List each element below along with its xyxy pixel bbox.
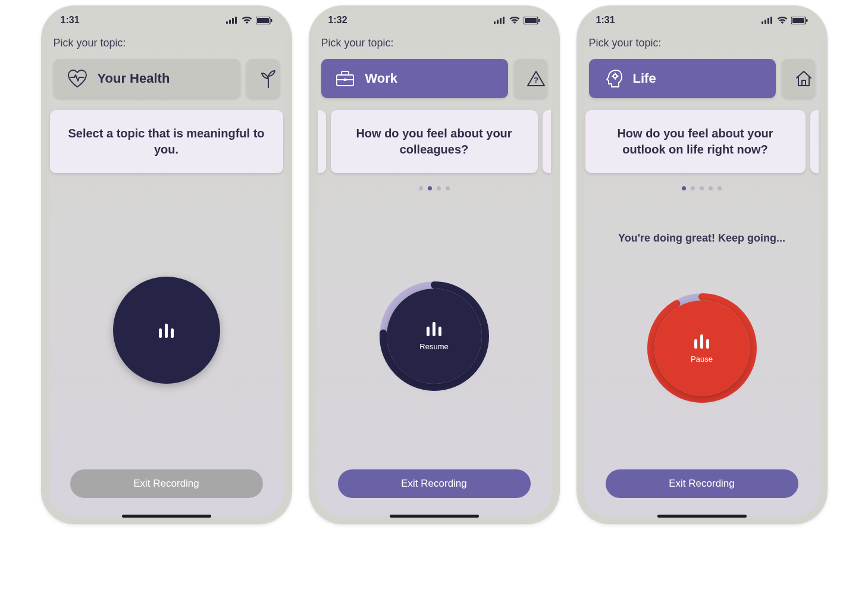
svg-rect-21: [764, 20, 766, 24]
exit-recording-button[interactable]: Exit Recording: [606, 469, 798, 498]
home-indicator[interactable]: [657, 515, 747, 518]
topic-row: Life: [585, 59, 819, 98]
svg-text:?: ?: [534, 76, 538, 84]
record-button-label: Resume: [419, 342, 448, 351]
pager-dot[interactable]: [446, 186, 450, 190]
pager-dots: [318, 186, 551, 190]
svg-rect-9: [500, 18, 502, 24]
cellular-icon: [226, 17, 238, 24]
prompt-card-next[interactable]: [810, 110, 819, 173]
heart-icon: [67, 69, 88, 88]
battery-icon: [524, 17, 540, 24]
battery-icon: [791, 17, 808, 24]
record-area: Resume: [318, 202, 551, 469]
prompt-card[interactable]: Select a topic that is meaningful to you…: [50, 110, 283, 173]
svg-rect-3: [235, 17, 237, 24]
pick-topic-label: Pick your topic:: [589, 37, 815, 49]
screen-content: Pick your topic: Life How do you feel ab…: [577, 35, 827, 515]
svg-rect-13: [538, 19, 540, 22]
pager-dot[interactable]: [437, 186, 441, 190]
pager-dot[interactable]: [709, 186, 713, 190]
phone-screen-1: 1:31 Pick your topic: Your Health: [42, 6, 292, 524]
record-button[interactable]: [113, 277, 220, 384]
audio-bars-icon: [427, 321, 441, 336]
topic-chip-next[interactable]: [782, 59, 815, 98]
cellular-icon: [762, 17, 773, 24]
pager-dot[interactable]: [419, 186, 423, 190]
cellular-icon: [494, 17, 506, 24]
wifi-icon: [242, 17, 252, 24]
home-indicator[interactable]: [122, 515, 211, 518]
prompt-row: How do you feel about your outlook on li…: [585, 110, 819, 173]
record-area: [50, 191, 283, 469]
record-button[interactable]: Pause: [654, 300, 750, 396]
status-icons: [226, 17, 272, 24]
topic-chip-next[interactable]: ?: [514, 59, 547, 98]
record-button-label: Pause: [691, 355, 713, 364]
status-bar: 1:31: [42, 6, 292, 35]
pager-dot[interactable]: [682, 186, 686, 190]
prompt-card-prev[interactable]: [318, 110, 326, 173]
svg-rect-32: [802, 80, 806, 86]
screen-content: Pick your topic: Your Health Select a to…: [42, 35, 292, 515]
home-indicator[interactable]: [390, 515, 479, 518]
pager-dot[interactable]: [691, 186, 695, 190]
topic-chip-next[interactable]: [246, 59, 280, 98]
svg-rect-8: [497, 20, 499, 24]
topic-chip-label: Work: [365, 71, 398, 86]
pick-topic-label: Pick your topic:: [54, 37, 280, 49]
prompt-text: How do you feel about your outlook on li…: [617, 127, 773, 156]
pager-dot[interactable]: [428, 186, 432, 190]
wifi-icon: [509, 17, 520, 24]
exit-recording-button[interactable]: Exit Recording: [338, 469, 531, 498]
record-button-wrap: [113, 277, 220, 384]
phone-screen-2: 1:32 Pick your topic: Work ?: [309, 6, 559, 524]
prompt-card[interactable]: How do you feel about your outlook on li…: [585, 110, 806, 173]
svg-rect-12: [525, 18, 537, 23]
status-time: 1:32: [328, 15, 347, 26]
record-button-wrap: Pause: [648, 294, 756, 402]
topic-chip-label: Life: [633, 71, 656, 86]
audio-bars-icon: [694, 333, 709, 349]
topic-chip-work[interactable]: Work: [321, 59, 508, 98]
plant-icon: [259, 68, 277, 89]
topic-chip-your-health[interactable]: Your Health: [54, 59, 240, 98]
svg-rect-5: [257, 18, 269, 23]
prompt-row: Select a topic that is meaningful to you…: [50, 110, 283, 173]
screenshots-canvas: 1:31 Pick your topic: Your Health: [0, 0, 868, 589]
warning-icon: ?: [527, 70, 546, 87]
exit-recording-label: Exit Recording: [133, 478, 199, 490]
svg-rect-23: [770, 17, 772, 24]
record-area: Pause: [585, 227, 819, 469]
topic-chip-life[interactable]: Life: [589, 59, 776, 98]
svg-point-27: [613, 74, 617, 78]
svg-rect-2: [232, 18, 234, 24]
svg-rect-22: [767, 18, 769, 24]
topic-row: Your Health: [50, 59, 283, 98]
svg-rect-6: [271, 19, 272, 22]
record-button[interactable]: Resume: [387, 289, 482, 384]
svg-rect-1: [229, 20, 231, 24]
svg-rect-0: [226, 21, 228, 24]
phone-screen-3: 1:31 Pick your topic: Life How do: [577, 6, 827, 524]
exit-recording-label: Exit Recording: [669, 478, 735, 490]
pick-topic-label: Pick your topic:: [321, 37, 547, 49]
prompt-card-next[interactable]: [543, 110, 551, 173]
status-time: 1:31: [596, 15, 615, 26]
prompt-card[interactable]: How do you feel about your colleagues?: [331, 110, 538, 173]
battery-icon: [256, 17, 272, 24]
prompt-text: How do you feel about your colleagues?: [356, 127, 512, 156]
pager-dots: [585, 186, 819, 190]
wifi-icon: [777, 17, 788, 24]
pager-dot[interactable]: [700, 186, 704, 190]
svg-rect-10: [503, 17, 504, 24]
topic-row: Work ?: [318, 59, 551, 98]
pager-dot[interactable]: [717, 186, 722, 190]
audio-bars-icon: [159, 322, 174, 338]
prompt-row: How do you feel about your colleagues?: [318, 110, 551, 173]
record-button-wrap: Resume: [381, 283, 488, 390]
exit-recording-button[interactable]: Exit Recording: [70, 469, 263, 498]
head-gears-icon: [602, 68, 623, 89]
screen-content: Pick your topic: Work ? How do you feel …: [309, 35, 559, 515]
prompt-text: Select a topic that is meaningful to you…: [68, 127, 264, 156]
